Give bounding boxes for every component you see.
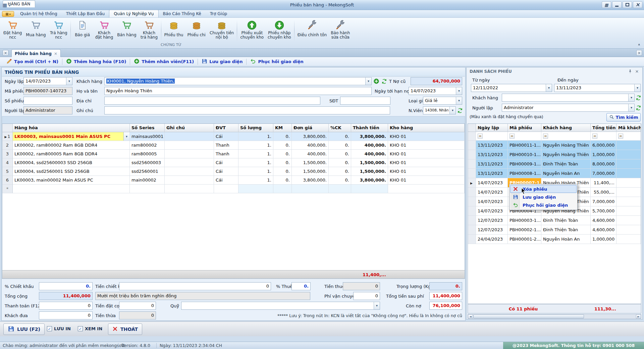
cell-hang-hoa[interactable]: LK00004, ssd25600003 SSD 256GB — [13, 158, 130, 167]
maximize-button[interactable] — [623, 1, 632, 8]
column-header[interactable]: Số lượng — [238, 124, 273, 132]
ribbon-button[interactable]: Báo giá — [72, 19, 93, 42]
refresh-nvien-button[interactable] — [457, 107, 463, 114]
chevron-down-icon[interactable] — [456, 87, 462, 95]
action-item[interactable]: Tạo mới (Ctrl + N) — [3, 57, 62, 66]
filter-cell[interactable] — [476, 132, 508, 141]
menu-tab[interactable]: Thiết Lập Ban Đầu — [62, 10, 109, 17]
search-button[interactable]: Tìm kiếm — [606, 113, 641, 121]
column-header[interactable]: ĐVT — [214, 124, 238, 132]
tien-dat-coc-input[interactable]: 0 — [119, 302, 156, 310]
apps-grid-button[interactable] — [602, 1, 611, 8]
cell-hang-hoa[interactable]: LK00002, ram800005 Ram 8GB DDR4 — [13, 150, 130, 158]
table-row[interactable]: 6LK00003, main00002 Main ASUS PCmain0000… — [2, 176, 465, 185]
refresh-filter-button[interactable] — [635, 94, 642, 101]
context-menu-item[interactable]: Phục hồi giao diện — [510, 201, 577, 209]
filter-cell[interactable] — [541, 132, 591, 141]
scrollbar-thumb[interactable] — [473, 314, 584, 318]
add-customer-button[interactable] — [373, 78, 380, 85]
close-all-tabs-button[interactable] — [636, 50, 642, 56]
sdt-input[interactable] — [340, 97, 390, 105]
ribbon-button[interactable]: Phiếu chi — [185, 19, 208, 42]
ribbon-button[interactable]: Chuyển tiềnnội bộ — [208, 19, 236, 42]
refresh-customer-button[interactable] — [381, 78, 387, 85]
menu-tab[interactable]: Quản trị hệ thống — [16, 10, 62, 17]
ngay-lap-input[interactable]: 14/07/2023 — [23, 77, 72, 85]
column-header[interactable]: Mã khách — [616, 124, 641, 132]
so-phieu-input[interactable] — [23, 97, 72, 105]
column-header[interactable]: Thành tiền — [351, 124, 388, 132]
tab-close-icon[interactable] — [54, 51, 57, 56]
chiet-khau-pct-input[interactable]: 0. — [39, 282, 93, 290]
list-row[interactable]: 24/04/2023PBH00001-2...Nguyễn Hoàn An1,0… — [468, 235, 641, 244]
ribbon-button[interactable]: Bán hàng — [115, 19, 138, 42]
column-header[interactable]: Khách hàng — [541, 124, 591, 132]
ho-ten-input[interactable]: Nguyễn Hoàng Thiên — [104, 87, 372, 95]
ngay-han-input[interactable]: 14/07/2023 — [409, 87, 462, 95]
column-header[interactable]: Tổng tiền — [591, 124, 616, 132]
tab-phieu-ban-hang[interactable]: Phiếu bán hàng — [11, 49, 61, 57]
ribbon-button[interactable]: Phiếu nhậpchuyển kho — [266, 19, 293, 42]
filter-cell[interactable] — [591, 132, 616, 141]
trong-luong-input[interactable]: 0. — [429, 282, 462, 290]
action-item[interactable]: Phục hồi giao diện — [247, 57, 307, 66]
quick-access-chevron-icon[interactable] — [9, 3, 10, 8]
save-button[interactable]: LƯU (F2) — [3, 323, 45, 335]
chevron-down-icon[interactable] — [365, 78, 371, 85]
menu-tab[interactable]: Trợ Giúp — [206, 10, 232, 17]
column-header[interactable]: Ngày lập — [476, 124, 508, 132]
list-row[interactable]: 12/07/2023PBH00002-1...Đinh Thiện Toàn4,… — [468, 225, 641, 235]
checkbox-checked-icon[interactable] — [78, 326, 83, 331]
ribbon-button[interactable]: Bảo hànhsửa chữa — [329, 19, 352, 42]
column-header[interactable]: Đơn giá — [292, 124, 329, 132]
list-row[interactable]: 13/11/2023PBH00010-1...Nguyễn Hoàng Thiê… — [468, 150, 641, 159]
table-row[interactable]: 4LK00004, ssd25600003 SSD 256GBssd256000… — [2, 158, 465, 167]
chevron-down-icon[interactable] — [456, 97, 462, 104]
ribbon-button[interactable]: Mua hàng — [24, 19, 48, 42]
ribbon-button[interactable]: Kháchđặt hàng — [93, 19, 115, 42]
loai-gia-input[interactable]: Giá lẻ — [423, 97, 462, 105]
ribbon-button[interactable]: Đặt hàngncc — [1, 19, 24, 42]
table-row[interactable]: 2LK00002, ram800002 Ram 8GB DDR4ram80000… — [2, 141, 465, 150]
application-menu-button[interactable] — [2, 11, 14, 17]
ribbon-button[interactable]: Phiếu xuấtchuyển kho — [238, 19, 266, 42]
scroll-right-icon[interactable]: ► — [636, 314, 641, 318]
thue-pct-input[interactable]: 0. — [291, 282, 311, 290]
panel-close-icon[interactable] — [634, 68, 640, 74]
khach-hang-input[interactable]: KH0001, Nguyễn Hoàng Thiên, — [104, 77, 372, 85]
list-row[interactable]: 13/11/2023PBH00009-1...Đinh Thiện Toàn8,… — [468, 159, 641, 169]
horizontal-scrollbar[interactable]: ◄ ► — [468, 314, 641, 319]
tien-chiet-khau-input[interactable]: 0 — [119, 282, 271, 290]
filter-icon[interactable] — [592, 134, 597, 139]
ribbon-button[interactable]: Trả hàngncc — [48, 19, 69, 42]
table-row[interactable]: ▶1LK00003, mainsaus0001 Main ASUS PCmain… — [2, 132, 465, 141]
luu-in-checkbox[interactable]: LƯU IN — [47, 326, 71, 331]
chevron-down-icon[interactable] — [634, 84, 640, 92]
dia-chi-input[interactable] — [104, 97, 320, 105]
cell-hang-hoa[interactable]: LK00004, ssd2560001 SSD 256GB — [13, 167, 130, 176]
filter-icon[interactable] — [509, 134, 515, 139]
phi-van-chuyen-input[interactable]: 0 — [353, 292, 380, 300]
ribbon-button[interactable]: Phiếu thu — [162, 19, 185, 42]
ribbon-button[interactable]: Kháchtrả hàng — [139, 19, 160, 42]
chevron-down-icon[interactable] — [123, 132, 129, 141]
menu-tab[interactable]: Báo Cáo Thống Kê — [159, 10, 206, 17]
column-header[interactable]: Hàng hóa — [13, 124, 130, 132]
list-row[interactable]: 13/11/2023PBH00011-1...Nguyễn Hoàng Thiê… — [468, 141, 641, 150]
pin-icon[interactable] — [627, 68, 633, 74]
chevron-down-icon[interactable] — [374, 302, 380, 309]
action-item[interactable]: Thêm nhân viên(F11) — [130, 57, 198, 66]
xem-in-checkbox[interactable]: XEM IN — [78, 326, 102, 331]
cell-hang-hoa[interactable]: LK00003, main00002 Main ASUS PC — [13, 176, 130, 185]
checkbox-checked-icon[interactable] — [47, 326, 52, 331]
close-tab-button[interactable] — [3, 50, 8, 56]
chevron-down-icon[interactable] — [66, 78, 72, 85]
tu-ngay-input[interactable]: 12/11/2022 — [471, 84, 552, 92]
close-button[interactable] — [633, 1, 642, 8]
ribbon-collapse-icon[interactable] — [638, 41, 640, 46]
cell-hang-hoa[interactable]: LK00002, ram800002 Ram 8GB DDR4 — [13, 141, 130, 150]
list-row[interactable]: 12/07/2023PBH00003-1...Đinh Thiện Toàn4,… — [468, 216, 641, 225]
chevron-down-icon[interactable] — [628, 94, 634, 101]
den-ngay-input[interactable]: 13/11/2023 — [554, 84, 641, 92]
cell-hang-hoa[interactable]: LK00003, mainsaus0001 Main ASUS PC — [13, 132, 130, 141]
